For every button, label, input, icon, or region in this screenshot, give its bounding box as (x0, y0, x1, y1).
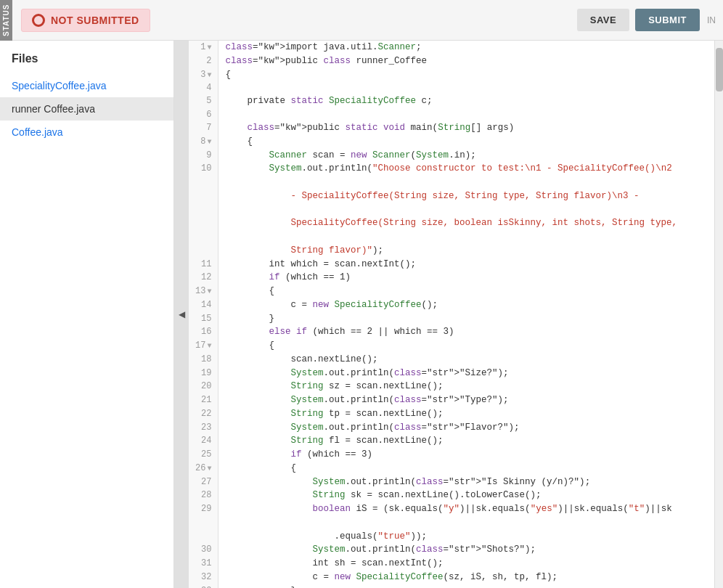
code-line: String sz = scan.nextLine(); (218, 380, 714, 393)
code-line: c = new SpecialityCoffee(sz, iS, sh, tp,… (218, 571, 714, 584)
line-number: 11 (189, 258, 218, 271)
code-line: { (218, 68, 714, 82)
line-number: 18 (189, 353, 218, 367)
collapse-arrow[interactable]: ◀ (174, 41, 189, 588)
table-row: 17▼ { (189, 339, 714, 353)
table-row: 22 String tp = scan.nextLine(); (189, 407, 714, 421)
line-number: 25 (189, 448, 218, 462)
line-number: 6 (189, 108, 218, 121)
status-label: STATUS (0, 0, 12, 41)
line-number: 19 (189, 367, 218, 380)
sidebar: Files SpecialityCoffee.java runner Coffe… (0, 41, 174, 588)
code-table: 1▼class="kw">import java.util.Scanner;2c… (189, 41, 714, 588)
code-line: System.out.println("Choose constructor t… (218, 162, 714, 257)
scrollbar-thumb (716, 48, 723, 91)
line-number: 17▼ (189, 339, 218, 353)
submit-button[interactable]: SUBMIT (635, 9, 700, 31)
table-row: 23 System.out.println(class="str">"Flavo… (189, 421, 714, 435)
line-number: 1▼ (189, 41, 218, 54)
table-row: 16 else if (which == 2 || which == 3) (189, 325, 714, 339)
line-number: 14 (189, 298, 218, 312)
code-line: c = new SpecialityCoffee(); (218, 298, 714, 312)
code-line: private static SpecialityCoffee c; (218, 94, 714, 108)
line-number: 31 (189, 557, 218, 571)
sidebar-item-speciality-coffee[interactable]: SpecialityCoffee.java (0, 74, 173, 97)
line-number: 20 (189, 380, 218, 393)
table-row: 9 Scanner scan = new Scanner(System.in); (189, 149, 714, 163)
code-line: String fl = scan.nextLine(); (218, 434, 714, 448)
line-number: 15 (189, 312, 218, 326)
table-row: 10 System.out.println("Choose constructo… (189, 162, 714, 257)
table-row: 15 } (189, 312, 714, 326)
sidebar-title: Files (0, 52, 173, 74)
line-number: 23 (189, 421, 218, 435)
save-button[interactable]: SAVE (577, 9, 629, 31)
line-number: 32 (189, 571, 218, 584)
scrollbar[interactable] (714, 41, 723, 588)
line-number: 33 (189, 584, 218, 589)
line-number: 5 (189, 94, 218, 108)
table-row: 3▼{ (189, 68, 714, 82)
top-bar: STATUS NOT SUBMITTED SAVE SUBMIT IN (0, 0, 723, 41)
code-line: } (218, 584, 714, 589)
table-row: 32 c = new SpecialityCoffee(sz, iS, sh, … (189, 571, 714, 584)
table-row: 25 if (which == 3) (189, 448, 714, 462)
code-line: { (218, 339, 714, 353)
code-line: int sh = scan.nextInt(); (218, 557, 714, 571)
code-line: boolean iS = (sk.equals("y")||sk.equals(… (218, 502, 714, 543)
line-number: 27 (189, 475, 218, 489)
table-row: 31 int sh = scan.nextInt(); (189, 557, 714, 571)
table-row: 5 private static SpecialityCoffee c; (189, 94, 714, 108)
table-row: 27 System.out.println(class="str">"Is Sk… (189, 475, 714, 489)
code-line: System.out.println(class="str">"Shots?")… (218, 543, 714, 557)
code-line: else if (which == 2 || which == 3) (218, 325, 714, 339)
code-line: { (218, 462, 714, 475)
line-number: 13▼ (189, 285, 218, 298)
main-content: Files SpecialityCoffee.java runner Coffe… (0, 41, 723, 588)
line-number: 8▼ (189, 135, 218, 149)
sidebar-item-runner-coffee[interactable]: runner Coffee.java (0, 97, 173, 121)
code-line: int which = scan.nextInt(); (218, 258, 714, 271)
sidebar-item-coffee[interactable]: Coffee.java (0, 121, 173, 144)
table-row: 18 scan.nextLine(); (189, 353, 714, 367)
code-line: System.out.println(class="str">"Is Skinn… (218, 475, 714, 489)
table-row: 1▼class="kw">import java.util.Scanner; (189, 41, 714, 54)
code-line: { (218, 135, 714, 149)
code-container[interactable]: 1▼class="kw">import java.util.Scanner;2c… (189, 41, 714, 588)
code-line: if (which == 1) (218, 271, 714, 285)
table-row: 11 int which = scan.nextInt(); (189, 258, 714, 271)
line-number: 24 (189, 434, 218, 448)
table-row: 26▼ { (189, 462, 714, 475)
line-number: 3▼ (189, 68, 218, 82)
in-label: IN (707, 15, 716, 25)
table-row: 21 System.out.println(class="str">"Type?… (189, 393, 714, 407)
table-row: 4 (189, 81, 714, 94)
code-line: if (which == 3) (218, 448, 714, 462)
table-row: 6 (189, 108, 714, 121)
line-number: 12 (189, 271, 218, 285)
not-submitted-text: NOT SUBMITTED (51, 15, 139, 26)
table-row: 30 System.out.println(class="str">"Shots… (189, 543, 714, 557)
table-row: 12 if (which == 1) (189, 271, 714, 285)
table-row: 19 System.out.println(class="str">"Size?… (189, 367, 714, 380)
table-row: 8▼ { (189, 135, 714, 149)
line-number: 9 (189, 149, 218, 163)
code-line: System.out.println(class="str">"Size?"); (218, 367, 714, 380)
line-number: 28 (189, 489, 218, 502)
not-submitted-icon (32, 14, 45, 27)
table-row: 2class="kw">public class runner_Coffee (189, 54, 714, 68)
code-line: class="kw">public class runner_Coffee (218, 54, 714, 68)
code-line: System.out.println(class="str">"Type?"); (218, 393, 714, 407)
code-line: String tp = scan.nextLine(); (218, 407, 714, 421)
table-row: 7 class="kw">public static void main(Str… (189, 121, 714, 135)
line-number: 10 (189, 162, 218, 257)
code-line: { (218, 285, 714, 298)
code-line: scan.nextLine(); (218, 353, 714, 367)
line-number: 7 (189, 121, 218, 135)
code-line: Scanner scan = new Scanner(System.in); (218, 149, 714, 163)
line-number: 29 (189, 502, 218, 543)
not-submitted-badge: NOT SUBMITTED (21, 9, 150, 32)
line-number: 26▼ (189, 462, 218, 475)
code-line (218, 108, 714, 121)
code-line (218, 81, 714, 94)
